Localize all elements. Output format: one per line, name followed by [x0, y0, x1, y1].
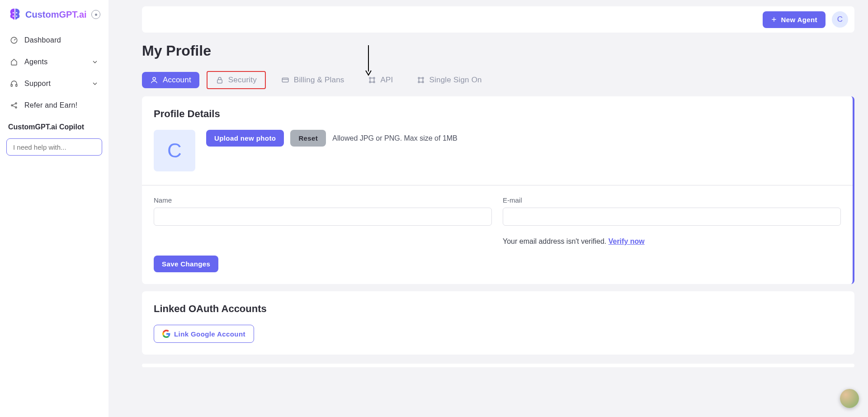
name-label: Name [154, 196, 492, 204]
oauth-card: Linked OAuth Accounts Link Google Accoun… [142, 291, 854, 355]
brand-name: CustomGPT.ai [25, 9, 87, 20]
sidebar-collapse-toggle[interactable] [91, 10, 100, 19]
verify-text: Your email address isn't verified. [503, 237, 609, 245]
tab-label: API [381, 76, 393, 85]
profile-details-card: Profile Details C Upload new photo Reset… [142, 96, 854, 284]
new-agent-button[interactable]: New Agent [763, 11, 826, 28]
svg-point-0 [13, 12, 14, 14]
tab-security[interactable]: Security [207, 71, 266, 89]
sidebar-item-dashboard[interactable]: Dashboard [6, 32, 102, 49]
upload-photo-button[interactable]: Upload new photo [206, 130, 284, 147]
brand: CustomGPT.ai [6, 7, 102, 27]
svg-rect-12 [217, 80, 222, 83]
google-icon [162, 330, 170, 338]
svg-point-17 [369, 81, 371, 83]
share-icon [10, 101, 18, 109]
sidebar-item-label: Dashboard [24, 36, 61, 44]
page-title: My Profile [142, 43, 854, 59]
svg-point-3 [16, 15, 17, 17]
avatar-initial: C [167, 139, 182, 162]
profile-tabs: Account Security Billing & Plans API Sin… [142, 71, 854, 89]
sidebar-item-label: Support [24, 80, 51, 88]
svg-point-21 [418, 81, 420, 83]
credit-card-icon [281, 76, 289, 84]
svg-point-19 [418, 77, 420, 79]
home-icon [10, 58, 18, 66]
headset-icon [10, 80, 18, 88]
tab-account[interactable]: Account [142, 72, 199, 88]
save-changes-button[interactable]: Save Changes [154, 256, 218, 272]
copilot-chat-input-container[interactable] [6, 138, 102, 156]
nodes-icon [417, 76, 425, 84]
svg-rect-6 [16, 85, 17, 87]
email-input[interactable] [503, 208, 841, 226]
tab-label: Security [228, 76, 257, 85]
nodes-icon [368, 76, 376, 84]
oauth-title: Linked OAuth Accounts [154, 303, 843, 315]
sidebar-item-support[interactable]: Support [6, 75, 102, 92]
sidebar-item-label: Refer and Earn! [24, 101, 77, 109]
brand-logo-icon [8, 8, 22, 21]
button-label: New Agent [781, 16, 817, 24]
top-bar: New Agent C [142, 6, 854, 33]
gauge-icon [10, 36, 18, 44]
chevron-down-icon [91, 80, 99, 87]
svg-point-18 [373, 81, 375, 83]
email-label: E-mail [503, 196, 841, 204]
divider [142, 185, 853, 185]
svg-point-9 [15, 107, 17, 108]
svg-point-1 [16, 12, 17, 14]
button-label: Reset [298, 134, 318, 142]
tab-sso[interactable]: Single Sign On [409, 72, 490, 88]
svg-point-15 [369, 77, 371, 79]
tab-label: Billing & Plans [294, 76, 344, 85]
sidebar: CustomGPT.ai Dashboard Agents Support Re… [0, 0, 108, 417]
profile-details-title: Profile Details [154, 108, 841, 120]
svg-point-20 [422, 77, 424, 79]
svg-point-8 [15, 103, 17, 104]
tab-billing[interactable]: Billing & Plans [273, 72, 353, 88]
tab-label: Single Sign On [429, 76, 482, 85]
avatar-initial: C [837, 15, 843, 24]
svg-point-11 [153, 77, 156, 80]
plus-icon [771, 16, 777, 23]
support-chat-bubble[interactable] [840, 389, 859, 408]
svg-point-22 [422, 81, 424, 83]
svg-rect-13 [282, 78, 288, 82]
svg-point-2 [13, 15, 14, 17]
svg-rect-5 [11, 85, 12, 87]
verify-now-link[interactable]: Verify now [609, 237, 645, 245]
button-label: Link Google Account [174, 330, 245, 338]
link-google-button[interactable]: Link Google Account [154, 325, 254, 343]
name-input[interactable] [154, 208, 492, 226]
copilot-section-label: CustomGPT.ai Copilot [6, 123, 102, 131]
tab-label: Account [163, 76, 191, 85]
sidebar-item-refer[interactable]: Refer and Earn! [6, 97, 102, 114]
copilot-chat-input[interactable] [12, 143, 100, 152]
user-avatar[interactable]: C [832, 11, 848, 28]
svg-point-7 [11, 105, 13, 106]
profile-photo: C [154, 130, 195, 171]
chevron-down-icon [91, 58, 99, 66]
svg-point-23 [840, 389, 859, 408]
button-label: Upload new photo [214, 134, 276, 142]
reset-photo-button[interactable]: Reset [290, 130, 326, 147]
main-content: New Agent C My Profile Account Security … [108, 0, 868, 417]
tab-api[interactable]: API [360, 72, 401, 88]
photo-requirements-text: Allowed JPG or PNG. Max size of 1MB [332, 134, 458, 142]
user-icon [150, 76, 158, 84]
sidebar-item-label: Agents [24, 58, 48, 66]
button-label: Save Changes [162, 260, 210, 268]
next-card-peek [142, 364, 854, 367]
email-verify-message: Your email address isn't verified. Verif… [503, 237, 841, 246]
svg-point-16 [373, 77, 375, 79]
lock-icon [216, 76, 224, 84]
sidebar-item-agents[interactable]: Agents [6, 53, 102, 71]
